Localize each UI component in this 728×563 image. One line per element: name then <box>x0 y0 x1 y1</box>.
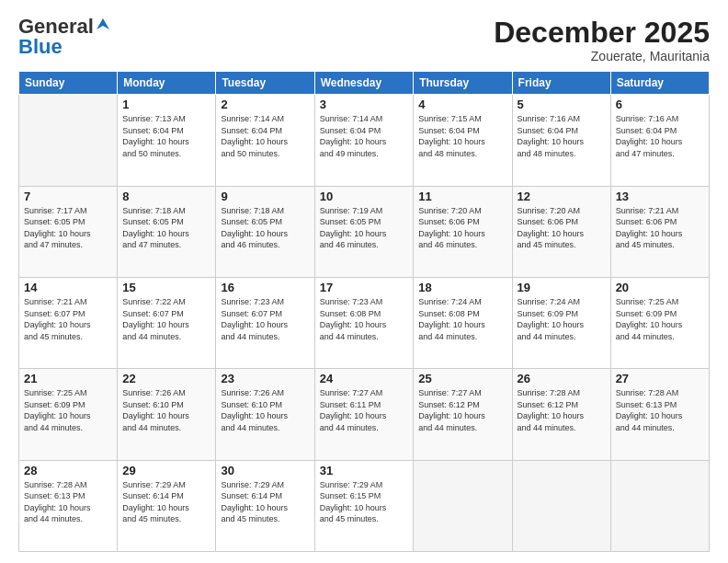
day-info: Sunrise: 7:23 AM Sunset: 6:07 PM Dayligh… <box>221 296 309 342</box>
calendar-week-1: 1Sunrise: 7:13 AM Sunset: 6:04 PM Daylig… <box>19 95 710 186</box>
calendar-header-friday: Friday <box>512 72 610 95</box>
calendar-cell <box>414 460 512 551</box>
day-number: 23 <box>221 372 309 385</box>
day-number: 11 <box>418 190 506 203</box>
day-number: 15 <box>122 281 210 294</box>
page: General Blue December 2025 Zouerate, Mau… <box>0 0 728 563</box>
day-info: Sunrise: 7:16 AM Sunset: 6:04 PM Dayligh… <box>518 113 606 159</box>
day-info: Sunrise: 7:16 AM Sunset: 6:04 PM Dayligh… <box>616 113 704 159</box>
calendar-header-row: SundayMondayTuesdayWednesdayThursdayFrid… <box>19 72 710 95</box>
day-number: 28 <box>24 464 112 477</box>
calendar-cell: 27Sunrise: 7:28 AM Sunset: 6:13 PM Dayli… <box>610 369 709 460</box>
calendar-cell: 22Sunrise: 7:26 AM Sunset: 6:10 PM Dayli… <box>118 369 216 460</box>
calendar-cell: 6Sunrise: 7:16 AM Sunset: 6:04 PM Daylig… <box>610 95 709 186</box>
day-info: Sunrise: 7:24 AM Sunset: 6:09 PM Dayligh… <box>518 296 606 342</box>
logo: General Blue <box>18 17 111 57</box>
day-number: 29 <box>122 464 210 477</box>
day-number: 5 <box>518 98 606 111</box>
calendar-header-monday: Monday <box>118 72 216 95</box>
day-info: Sunrise: 7:25 AM Sunset: 6:09 PM Dayligh… <box>616 296 704 342</box>
day-info: Sunrise: 7:26 AM Sunset: 6:10 PM Dayligh… <box>122 387 210 433</box>
day-info: Sunrise: 7:19 AM Sunset: 6:05 PM Dayligh… <box>320 205 409 251</box>
day-number: 3 <box>320 98 409 111</box>
day-number: 1 <box>122 98 210 111</box>
calendar-cell: 2Sunrise: 7:14 AM Sunset: 6:04 PM Daylig… <box>216 95 314 186</box>
calendar-cell: 12Sunrise: 7:20 AM Sunset: 6:06 PM Dayli… <box>512 186 610 277</box>
day-info: Sunrise: 7:22 AM Sunset: 6:07 PM Dayligh… <box>122 296 210 342</box>
day-number: 2 <box>221 98 309 111</box>
calendar-cell: 11Sunrise: 7:20 AM Sunset: 6:06 PM Dayli… <box>414 186 512 277</box>
day-info: Sunrise: 7:26 AM Sunset: 6:10 PM Dayligh… <box>221 387 309 433</box>
day-number: 30 <box>221 464 309 477</box>
day-number: 17 <box>320 281 409 294</box>
calendar-week-3: 14Sunrise: 7:21 AM Sunset: 6:07 PM Dayli… <box>19 277 710 368</box>
day-number: 21 <box>24 372 112 385</box>
calendar-cell: 14Sunrise: 7:21 AM Sunset: 6:07 PM Dayli… <box>19 277 118 368</box>
day-info: Sunrise: 7:23 AM Sunset: 6:08 PM Dayligh… <box>320 296 409 342</box>
calendar-cell: 17Sunrise: 7:23 AM Sunset: 6:08 PM Dayli… <box>314 277 414 368</box>
calendar-cell: 23Sunrise: 7:26 AM Sunset: 6:10 PM Dayli… <box>216 369 314 460</box>
day-number: 9 <box>221 190 309 203</box>
calendar-table: SundayMondayTuesdayWednesdayThursdayFrid… <box>18 71 710 552</box>
calendar-header-thursday: Thursday <box>414 72 512 95</box>
day-number: 25 <box>418 372 506 385</box>
calendar-cell: 13Sunrise: 7:21 AM Sunset: 6:06 PM Dayli… <box>610 186 709 277</box>
day-info: Sunrise: 7:27 AM Sunset: 6:11 PM Dayligh… <box>320 387 409 433</box>
calendar-cell: 20Sunrise: 7:25 AM Sunset: 6:09 PM Dayli… <box>610 277 709 368</box>
day-info: Sunrise: 7:28 AM Sunset: 6:13 PM Dayligh… <box>616 387 704 433</box>
day-number: 22 <box>122 372 210 385</box>
day-info: Sunrise: 7:27 AM Sunset: 6:12 PM Dayligh… <box>418 387 506 433</box>
day-number: 31 <box>320 464 409 477</box>
calendar-header-tuesday: Tuesday <box>216 72 314 95</box>
day-info: Sunrise: 7:18 AM Sunset: 6:05 PM Dayligh… <box>221 205 309 251</box>
logo-text: General <box>18 17 111 37</box>
calendar-cell: 5Sunrise: 7:16 AM Sunset: 6:04 PM Daylig… <box>512 95 610 186</box>
calendar-week-4: 21Sunrise: 7:25 AM Sunset: 6:09 PM Dayli… <box>19 369 710 460</box>
day-info: Sunrise: 7:29 AM Sunset: 6:15 PM Dayligh… <box>320 479 409 525</box>
day-info: Sunrise: 7:28 AM Sunset: 6:13 PM Dayligh… <box>24 479 112 525</box>
day-info: Sunrise: 7:17 AM Sunset: 6:05 PM Dayligh… <box>24 205 112 251</box>
day-number: 12 <box>518 190 606 203</box>
day-number: 7 <box>24 190 112 203</box>
day-number: 4 <box>418 98 506 111</box>
day-number: 6 <box>616 98 704 111</box>
day-number: 27 <box>616 372 704 385</box>
day-number: 8 <box>122 190 210 203</box>
day-number: 19 <box>518 281 606 294</box>
calendar-cell: 16Sunrise: 7:23 AM Sunset: 6:07 PM Dayli… <box>216 277 314 368</box>
calendar-week-2: 7Sunrise: 7:17 AM Sunset: 6:05 PM Daylig… <box>19 186 710 277</box>
calendar-cell <box>19 95 118 186</box>
calendar-cell: 31Sunrise: 7:29 AM Sunset: 6:15 PM Dayli… <box>314 460 414 551</box>
calendar-cell: 28Sunrise: 7:28 AM Sunset: 6:13 PM Dayli… <box>19 460 118 551</box>
day-info: Sunrise: 7:29 AM Sunset: 6:14 PM Dayligh… <box>221 479 309 525</box>
day-info: Sunrise: 7:24 AM Sunset: 6:08 PM Dayligh… <box>418 296 506 342</box>
logo-blue: Blue <box>18 37 63 57</box>
calendar-cell: 7Sunrise: 7:17 AM Sunset: 6:05 PM Daylig… <box>19 186 118 277</box>
day-number: 14 <box>24 281 112 294</box>
location-subtitle: Zouerate, Mauritania <box>494 49 710 63</box>
day-number: 20 <box>616 281 704 294</box>
calendar-cell <box>610 460 709 551</box>
day-number: 16 <box>221 281 309 294</box>
calendar-cell: 18Sunrise: 7:24 AM Sunset: 6:08 PM Dayli… <box>414 277 512 368</box>
calendar-week-5: 28Sunrise: 7:28 AM Sunset: 6:13 PM Dayli… <box>19 460 710 551</box>
day-info: Sunrise: 7:18 AM Sunset: 6:05 PM Dayligh… <box>122 205 210 251</box>
day-number: 18 <box>418 281 506 294</box>
day-info: Sunrise: 7:21 AM Sunset: 6:07 PM Dayligh… <box>24 296 112 342</box>
calendar-cell: 24Sunrise: 7:27 AM Sunset: 6:11 PM Dayli… <box>314 369 414 460</box>
calendar-cell: 19Sunrise: 7:24 AM Sunset: 6:09 PM Dayli… <box>512 277 610 368</box>
day-info: Sunrise: 7:20 AM Sunset: 6:06 PM Dayligh… <box>418 205 506 251</box>
calendar-cell: 4Sunrise: 7:15 AM Sunset: 6:04 PM Daylig… <box>414 95 512 186</box>
day-info: Sunrise: 7:29 AM Sunset: 6:14 PM Dayligh… <box>122 479 210 525</box>
month-title: December 2025 <box>494 17 710 49</box>
calendar-cell: 29Sunrise: 7:29 AM Sunset: 6:14 PM Dayli… <box>118 460 216 551</box>
day-number: 26 <box>518 372 606 385</box>
calendar-cell: 9Sunrise: 7:18 AM Sunset: 6:05 PM Daylig… <box>216 186 314 277</box>
day-info: Sunrise: 7:14 AM Sunset: 6:04 PM Dayligh… <box>221 113 309 159</box>
day-number: 13 <box>616 190 704 203</box>
title-block: December 2025 Zouerate, Mauritania <box>494 17 710 63</box>
calendar-cell: 25Sunrise: 7:27 AM Sunset: 6:12 PM Dayli… <box>414 369 512 460</box>
day-info: Sunrise: 7:13 AM Sunset: 6:04 PM Dayligh… <box>122 113 210 159</box>
logo-icon <box>95 17 111 33</box>
calendar-cell: 1Sunrise: 7:13 AM Sunset: 6:04 PM Daylig… <box>118 95 216 186</box>
